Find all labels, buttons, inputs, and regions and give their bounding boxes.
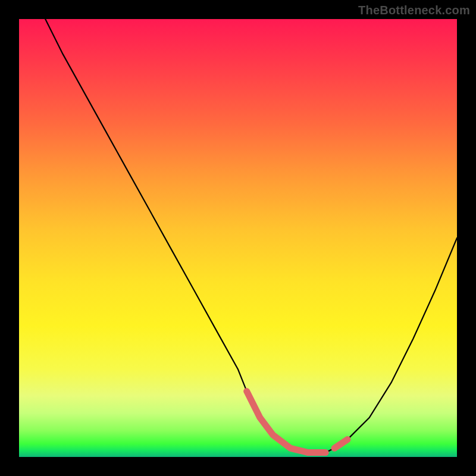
curve-line — [45, 19, 457, 453]
watermark-text: TheBottleneck.com — [358, 4, 470, 17]
highlight-segment-0 — [247, 392, 326, 453]
chart-svg — [19, 19, 457, 457]
highlight-segment-1 — [334, 440, 347, 449]
chart-frame: TheBottleneck.com — [0, 0, 476, 476]
